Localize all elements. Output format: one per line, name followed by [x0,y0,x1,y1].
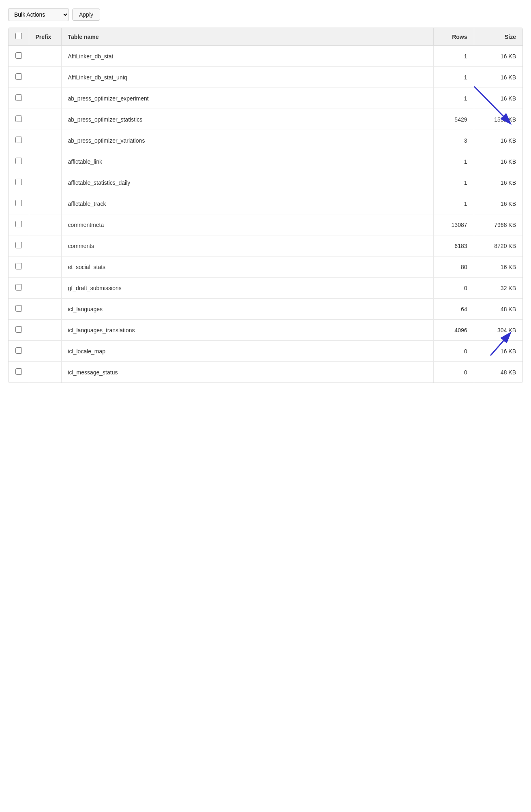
row-prefix [29,256,61,278]
row-checkbox-cell [9,320,29,341]
row-rows: 1 [433,151,474,172]
row-table-name: icl_message_status [61,362,433,383]
row-rows: 4096 [433,320,474,341]
row-rows: 6183 [433,235,474,256]
row-rows: 1 [433,67,474,88]
bulk-actions-select[interactable]: Bulk Actions Optimize Repair Drop [8,8,69,21]
row-rows: 64 [433,299,474,320]
row-rows: 3 [433,130,474,151]
row-prefix [29,362,61,383]
prefix-header: Prefix [29,28,61,46]
row-checkbox[interactable] [15,115,22,122]
row-size: 16 KB [474,151,522,172]
row-size: 48 KB [474,299,522,320]
row-size: 32 KB [474,278,522,299]
row-rows: 80 [433,256,474,278]
table-row: commentmeta 13087 7968 KB [9,214,522,235]
row-table-name: afflctable_link [61,151,433,172]
table-row: gf_draft_submissions 0 32 KB [9,278,522,299]
row-size: 16 KB [474,130,522,151]
row-checkbox[interactable] [15,326,22,333]
table-row: afflctable_link 1 16 KB [9,151,522,172]
toolbar: Bulk Actions Optimize Repair Drop Apply [8,8,523,21]
row-prefix [29,151,61,172]
row-prefix [29,88,61,109]
row-checkbox-cell [9,341,29,362]
row-prefix [29,172,61,193]
row-prefix [29,278,61,299]
database-table-container: Prefix Table name Rows Size AffiLinker_d… [8,28,523,383]
row-table-name: icl_languages_translations [61,320,433,341]
row-checkbox[interactable] [15,368,22,375]
row-rows: 1 [433,172,474,193]
row-size: 16 KB [474,46,522,67]
table-row: comments 6183 8720 KB [9,235,522,256]
row-rows: 13087 [433,214,474,235]
row-checkbox-cell [9,193,29,214]
apply-button[interactable]: Apply [72,9,100,21]
row-checkbox[interactable] [15,284,22,291]
row-checkbox[interactable] [15,52,22,59]
row-prefix [29,341,61,362]
row-rows: 0 [433,362,474,383]
table-row: icl_message_status 0 48 KB [9,362,522,383]
row-checkbox[interactable] [15,158,22,164]
row-size: 16 KB [474,193,522,214]
row-checkbox[interactable] [15,73,22,80]
row-size: 16 KB [474,88,522,109]
row-size: 1552 KB [474,109,522,130]
row-table-name: comments [61,235,433,256]
row-checkbox[interactable] [15,305,22,312]
row-table-name: gf_draft_submissions [61,278,433,299]
row-table-name: icl_languages [61,299,433,320]
row-size: 8720 KB [474,235,522,256]
row-size: 16 KB [474,67,522,88]
row-checkbox[interactable] [15,221,22,227]
row-prefix [29,214,61,235]
table-row: afflctable_track 1 16 KB [9,193,522,214]
row-checkbox-cell [9,67,29,88]
row-prefix [29,109,61,130]
row-checkbox-cell [9,109,29,130]
table-row: ab_press_optimizer_statistics 5429 1552 … [9,109,522,130]
row-checkbox[interactable] [15,200,22,206]
row-size: 16 KB [474,341,522,362]
row-rows: 5429 [433,109,474,130]
row-rows: 1 [433,88,474,109]
row-rows: 1 [433,193,474,214]
row-checkbox[interactable] [15,347,22,354]
table-row: icl_locale_map 0 16 KB [9,341,522,362]
row-size: 7968 KB [474,214,522,235]
table-header-row: Prefix Table name Rows Size [9,28,522,46]
select-all-header [9,28,29,46]
row-table-name: afflctable_statistics_daily [61,172,433,193]
select-all-checkbox[interactable] [15,33,22,39]
row-checkbox-cell [9,278,29,299]
row-prefix [29,320,61,341]
row-rows: 0 [433,278,474,299]
table-row: icl_languages_translations 4096 304 KB [9,320,522,341]
row-table-name: ab_press_optimizer_experiment [61,88,433,109]
row-prefix [29,130,61,151]
table-row: afflctable_statistics_daily 1 16 KB [9,172,522,193]
row-checkbox[interactable] [15,263,22,269]
row-table-name: afflctable_track [61,193,433,214]
row-prefix [29,67,61,88]
row-size: 304 KB [474,320,522,341]
row-checkbox[interactable] [15,137,22,143]
rows-header: Rows [433,28,474,46]
row-prefix [29,299,61,320]
row-checkbox[interactable] [15,179,22,185]
row-table-name: ab_press_optimizer_variations [61,130,433,151]
row-checkbox-cell [9,214,29,235]
row-checkbox-cell [9,151,29,172]
row-checkbox-cell [9,256,29,278]
row-rows: 0 [433,341,474,362]
row-rows: 1 [433,46,474,67]
row-table-name: icl_locale_map [61,341,433,362]
row-checkbox[interactable] [15,94,22,101]
row-checkbox-cell [9,46,29,67]
row-table-name: commentmeta [61,214,433,235]
row-checkbox[interactable] [15,242,22,248]
row-checkbox-cell [9,130,29,151]
